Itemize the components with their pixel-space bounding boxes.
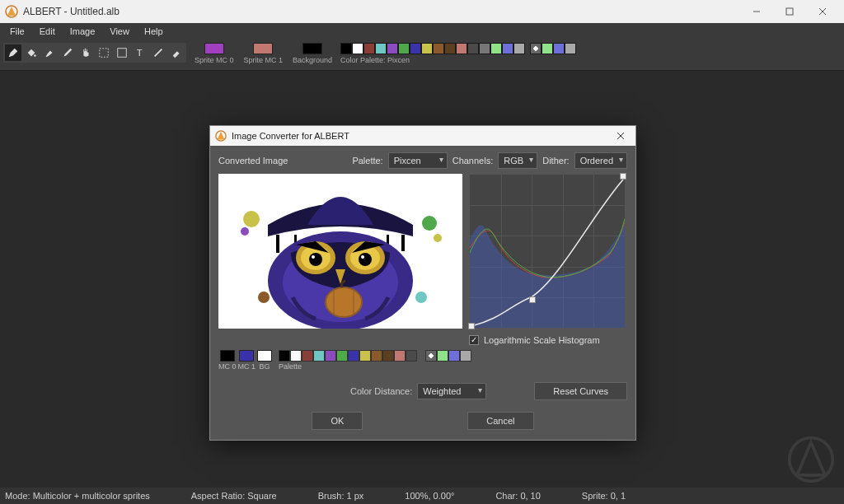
palette-select-label: Palette: [352, 156, 382, 166]
palette-cell[interactable] [490, 43, 502, 54]
menu-file[interactable]: File [3, 25, 31, 38]
palette-select[interactable]: Pixcen [388, 152, 448, 169]
svg-line-9 [155, 49, 162, 57]
converted-image-label: Converted Image [218, 156, 288, 166]
eraser-tool[interactable] [168, 44, 185, 61]
dlg-bg-label: BG [260, 362, 270, 371]
dlg-palette-cell[interactable] [336, 350, 348, 362]
maximize-button[interactable] [773, 0, 806, 23]
marquee-tool[interactable] [114, 44, 130, 61]
svg-rect-2 [786, 8, 793, 15]
status-mode: Mode: Multicolor + multicolor sprites [5, 491, 150, 501]
palette-cell[interactable] [398, 43, 410, 54]
status-zoom: 100%, 0.00° [405, 491, 454, 501]
hand-tool[interactable] [77, 44, 94, 61]
palette-alt-row[interactable] [530, 43, 576, 54]
sprite-mc0-swatch[interactable] [204, 43, 224, 54]
menubar: File Edit Image View Help [0, 23, 844, 40]
eyedropper-tool[interactable] [59, 44, 76, 61]
log-histogram-label: Logarithmic Scale Histogram [484, 335, 600, 345]
channels-select[interactable]: RGB [498, 152, 537, 169]
dither-select-label: Dither: [542, 156, 569, 166]
dlg-palette-cell[interactable] [348, 350, 359, 362]
dlg-mc1-label: MC 1 [238, 362, 256, 371]
histogram[interactable] [469, 174, 626, 329]
palette-cell[interactable] [502, 43, 513, 54]
dialog-close-button[interactable] [611, 132, 631, 140]
dlg-palette-cell[interactable] [313, 350, 325, 362]
marquee-dotted-tool[interactable] [96, 44, 112, 61]
svg-point-31 [309, 253, 322, 266]
palette-cell[interactable] [444, 43, 456, 54]
brush-tool[interactable] [41, 44, 58, 61]
palette-cell[interactable] [433, 43, 444, 54]
palette-cell[interactable] [513, 43, 525, 54]
minimize-button[interactable] [740, 0, 773, 23]
reset-curves-button[interactable]: Reset Curves [534, 382, 627, 400]
background-swatch[interactable] [302, 43, 322, 54]
palette-cell[interactable] [456, 43, 467, 54]
curve-handle-top[interactable] [620, 173, 626, 180]
palette-cell[interactable] [375, 43, 387, 54]
menu-image[interactable]: Image [63, 25, 102, 38]
dlg-palette-cell[interactable] [325, 350, 336, 362]
palette-cell[interactable] [352, 43, 363, 54]
line-tool[interactable] [150, 44, 166, 61]
dlg-bg-swatch[interactable] [257, 350, 272, 362]
status-brush: Brush: 1 px [318, 491, 364, 501]
ok-button[interactable]: OK [312, 412, 363, 430]
svg-point-34 [361, 255, 364, 259]
curve-handle-bottom[interactable] [468, 323, 475, 329]
dlg-mc0-swatch[interactable] [220, 350, 235, 362]
svg-point-18 [434, 234, 442, 242]
watermark-logo-icon [786, 435, 836, 484]
dither-select[interactable]: Ordered [574, 152, 627, 169]
menu-help[interactable]: Help [138, 25, 170, 38]
dlg-palette-cell[interactable] [279, 350, 290, 362]
status-char: Char: 0, 10 [495, 491, 540, 501]
palette-cell[interactable] [387, 43, 398, 54]
svg-rect-6 [100, 49, 109, 58]
dialog-titlebar[interactable]: Image Converter for ALBERT [210, 126, 635, 146]
cancel-button[interactable]: Cancel [467, 412, 533, 430]
svg-rect-21 [276, 235, 279, 253]
svg-point-32 [359, 253, 372, 266]
menu-view[interactable]: View [103, 25, 136, 38]
pencil-tool[interactable] [5, 44, 21, 61]
dlg-palette-cell[interactable] [406, 350, 417, 362]
sprite-mc1-swatch[interactable] [253, 43, 273, 54]
text-tool[interactable]: T [132, 44, 148, 61]
palette-cell[interactable] [479, 43, 490, 54]
statusbar: Mode: Multicolor + multicolor sprites As… [0, 488, 844, 504]
palette-cell[interactable] [421, 43, 433, 54]
svg-point-20 [415, 292, 427, 303]
close-button[interactable] [806, 0, 839, 23]
dlg-mc0-label: MC 0 [218, 362, 237, 371]
dlg-palette-cell[interactable] [371, 350, 382, 362]
dlg-mc1-swatch[interactable] [239, 350, 254, 362]
window-titlebar: ALBERT - Untitled.alb [0, 0, 844, 23]
palette-cell[interactable] [340, 43, 352, 54]
color-distance-select[interactable]: Weighted [417, 383, 486, 399]
sprite-mc1-label: Sprite MC 1 [244, 56, 284, 64]
svg-point-16 [241, 227, 249, 236]
log-histogram-checkbox[interactable]: ✓ [469, 335, 479, 345]
dlg-palette-cell[interactable] [302, 350, 313, 362]
dialog-title: Image Converter for ALBERT [232, 131, 349, 141]
app-logo-icon [5, 5, 18, 18]
dlg-palette-alt-strip[interactable] [425, 350, 471, 362]
sprite-mc0-label: Sprite MC 0 [195, 56, 234, 64]
dlg-palette-strip[interactable] [279, 350, 417, 362]
palette-row[interactable] [340, 43, 525, 54]
dlg-palette-cell[interactable] [382, 350, 394, 362]
curve-handle-mid[interactable] [529, 296, 536, 303]
dlg-palette-cell[interactable] [290, 350, 302, 362]
palette-cell[interactable] [363, 43, 375, 54]
dlg-palette-cell[interactable] [394, 350, 406, 362]
palette-cell[interactable] [410, 43, 421, 54]
palette-cell[interactable] [467, 43, 479, 54]
bucket-tool[interactable] [23, 44, 40, 61]
svg-text:T: T [137, 48, 143, 58]
menu-edit[interactable]: Edit [33, 25, 62, 38]
dlg-palette-cell[interactable] [359, 350, 371, 362]
